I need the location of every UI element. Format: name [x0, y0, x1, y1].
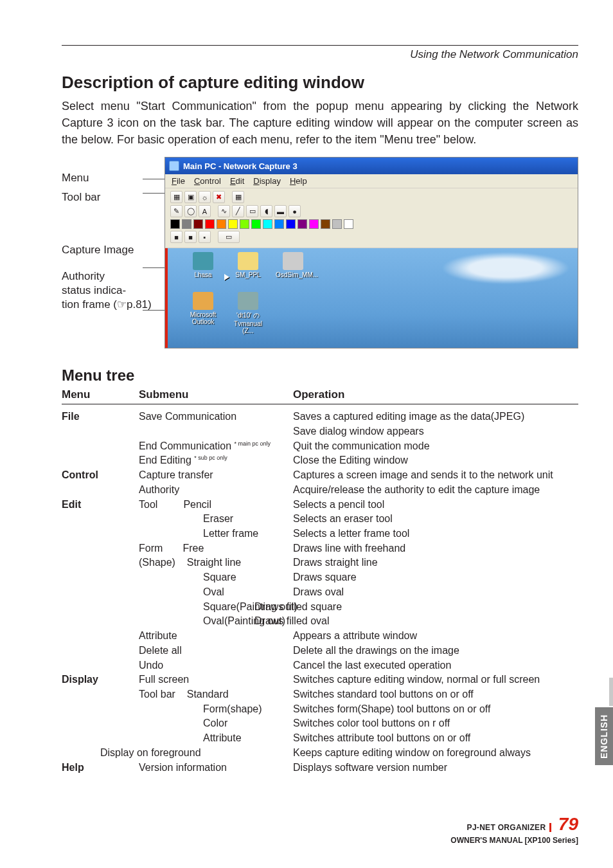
color-swatch[interactable] [251, 219, 261, 229]
side-accent [609, 678, 613, 706]
color-swatch[interactable] [309, 219, 319, 229]
tree-op: Quit the communication mode [293, 439, 550, 454]
color-swatch[interactable] [182, 219, 191, 229]
window-titlebar: Main PC - Network Capture 3 [165, 158, 578, 174]
color-swatch[interactable] [193, 219, 203, 229]
intro-paragraph: Select menu "Start Communication" from t… [62, 98, 578, 148]
tree-op: Draws square [293, 570, 550, 585]
tree-op: Switches form(Shape) tool buttons on or … [293, 702, 550, 717]
color-swatch[interactable] [263, 219, 272, 229]
screenshot-window: Main PC - Network Capture 3 File Control… [164, 157, 578, 348]
tree-sub: Square [139, 570, 293, 585]
menu-display[interactable]: Display [253, 176, 281, 186]
tb-save-icon[interactable]: ▦ [170, 191, 182, 203]
tree-sub: Full screen [139, 673, 293, 687]
color-swatch[interactable] [170, 219, 180, 229]
tree-op: Saves a captured editing image as the da… [293, 410, 550, 424]
tree-op: Switches capture editing window, normal … [293, 673, 550, 687]
tree-op: Appears a attribute window [293, 629, 550, 644]
tb-fillrect-icon[interactable]: ▬ [274, 205, 287, 217]
col-operation: Operation [293, 388, 578, 401]
color-swatch[interactable] [205, 219, 215, 229]
desktop-icon[interactable]: Lhasa [186, 252, 220, 278]
tree-menu-edit: Edit [62, 498, 139, 512]
tree-sub: Capture transfer [139, 468, 293, 483]
menu-control[interactable]: Control [194, 176, 221, 186]
tb-open-icon[interactable]: ▣ [184, 191, 197, 203]
tb-preview-icon[interactable]: ▭ [218, 231, 240, 243]
tree-sub: Form(shape) [139, 702, 293, 717]
tree-op: Switches standard tool buttons on or off [293, 687, 550, 702]
tb-rect-icon[interactable]: ▭ [246, 205, 258, 217]
color-swatch[interactable] [344, 219, 353, 229]
tree-op: Captures a screen image and sends it to … [293, 468, 550, 483]
tb-size-small-icon[interactable]: ▪ [199, 231, 211, 243]
color-swatch[interactable] [286, 219, 296, 229]
tree-sub: Version information [139, 761, 293, 775]
tree-op: Draws oval [293, 585, 550, 600]
color-swatch[interactable] [217, 219, 226, 229]
tree-op: Selects a pencil tool [293, 498, 550, 512]
tree-sub: Tool Pencil [139, 498, 293, 512]
page-number: 79 [558, 814, 578, 834]
callout-authority: Authority status indica- tion frame (☞p.… [62, 269, 164, 312]
menu-tree: FileSave CommunicationSaves a captured e… [62, 410, 578, 775]
desktop-icon[interactable]: Microsoft Outlook [186, 292, 220, 325]
col-menu: Menu [62, 388, 139, 401]
tb-filloval-icon[interactable]: ● [289, 205, 301, 217]
screenshot-callouts: Menu Tool bar Capture Image Authority st… [62, 157, 164, 348]
color-swatch[interactable] [240, 219, 249, 229]
desktop-icon[interactable]: SM_PPL [231, 252, 265, 278]
desktop-icon[interactable]: OsdSim_MM... [276, 252, 310, 278]
tb-oval-icon[interactable]: ◯ [184, 205, 197, 217]
tb-roundrect-icon[interactable]: ◖ [260, 205, 272, 217]
callout-capture-image: Capture Image [62, 243, 164, 257]
tree-op: Keeps capture editing window on foregrou… [293, 746, 550, 761]
tree-op: Draws straight line [293, 556, 550, 570]
running-head: Using the Network Communication [62, 48, 578, 61]
tree-sub: Display on foreground [100, 746, 293, 761]
tb-pencil-icon[interactable]: ✎ [170, 205, 182, 217]
screenshot-figure: Menu Tool bar Capture Image Authority st… [62, 157, 578, 348]
color-swatch[interactable] [298, 219, 307, 229]
section-heading-description: Description of capture editing window [62, 73, 578, 93]
section-heading-menutree: Menu tree [62, 366, 578, 384]
tree-op: Cancel the last executed operation [293, 658, 550, 673]
tb-size-med-icon[interactable]: ■ [184, 231, 197, 243]
tb-grid-icon[interactable]: ▦ [232, 191, 244, 203]
color-swatch[interactable] [332, 219, 342, 229]
tb-freehand-icon[interactable]: ∿ [218, 205, 230, 217]
tree-op: Displays software version number [293, 761, 550, 775]
tree-sub: Letter frame [139, 527, 293, 541]
tb-config-icon[interactable]: ☼ [199, 191, 211, 203]
tree-menu-file: File [62, 410, 139, 424]
capture-image-area: Lhasa SM_PPL OsdSim_MM... Microsoft Outl… [165, 248, 578, 348]
tree-sub: End Communication * main pc only [139, 439, 293, 454]
tree-sub: Save Communication [139, 410, 293, 424]
tree-sub: Oval [139, 585, 293, 600]
tree-header-row: Menu Submenu Operation [62, 388, 578, 404]
tree-sub: End Editing * sub pc only [139, 453, 293, 468]
tree-sub: Attribute [139, 731, 293, 746]
footer-product: PJ-NET ORGANIZER [467, 823, 552, 832]
language-tab: ENGLISH [595, 707, 613, 765]
tb-line-icon[interactable]: ╱ [232, 205, 244, 217]
tree-op: Draws line with freehand [293, 541, 550, 556]
toolbar: ▦ ▣ ☼ ✖ ▦ ✎ ◯ A ∿ ╱ ▭ ◖ ▬ ● [165, 188, 578, 248]
color-swatch[interactable] [274, 219, 284, 229]
tree-menu-display: Display [62, 673, 139, 687]
tb-text-icon[interactable]: A [199, 205, 211, 217]
menu-help[interactable]: Help [290, 176, 307, 186]
desktop-icon[interactable]: 'dt10' の Tvmanual (Z... [231, 292, 265, 334]
menu-edit[interactable]: Edit [230, 176, 244, 186]
color-swatch[interactable] [228, 219, 238, 229]
tb-size-large-icon[interactable]: ■ [170, 231, 182, 243]
tb-close-icon[interactable]: ✖ [213, 191, 225, 203]
tree-sub: Authority [139, 483, 293, 498]
footer-owner: OWNER'S MANUAL [XP100 Series] [450, 836, 578, 845]
tree-op: Draws filled square [254, 600, 511, 615]
tree-sub: Tool bar Standard [139, 687, 293, 702]
menu-file[interactable]: File [172, 176, 185, 186]
page-footer: PJ-NET ORGANIZER 79 OWNER'S MANUAL [XP10… [450, 814, 578, 845]
color-swatch[interactable] [321, 219, 330, 229]
